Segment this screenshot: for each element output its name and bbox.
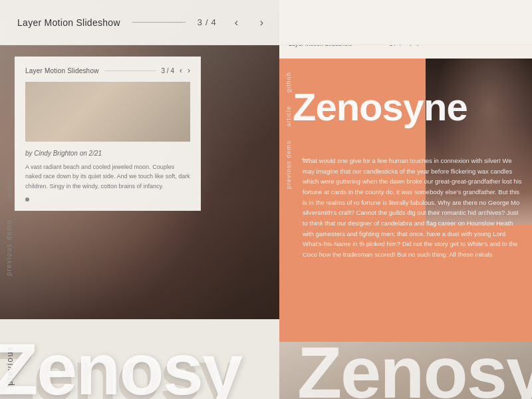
header-prev-button[interactable]: ‹ <box>228 15 244 31</box>
header-title: Layer Motion Slideshow <box>17 17 120 28</box>
bottom-panel: Zenosy <box>0 319 279 399</box>
top-header-bar: Layer Motion Slideshow 3 / 4 ‹ › <box>0 0 532 45</box>
orange-back-arrow[interactable]: ← <box>299 152 311 166</box>
card-header: Layer Motion Slideshow 3 / 4 ‹ › <box>25 66 190 75</box>
furniture-image <box>279 342 532 399</box>
orange-panel: Layer Motion Slideshow 3 / 4 ‹ › github … <box>279 29 532 399</box>
card-byline: by Cindy Brighton on 2/21 <box>25 150 190 157</box>
card-next-button[interactable]: › <box>188 66 190 75</box>
card-divider <box>104 70 156 71</box>
card-prev-button[interactable]: ‹ <box>180 66 182 75</box>
card-title: Layer Motion Slideshow <box>25 67 99 74</box>
header-pagination: 3 / 4 <box>198 17 217 27</box>
sidebar-previous-demo-label: previous demo <box>5 219 13 276</box>
orange-brand-name: Zenosyne <box>293 88 467 126</box>
zenosyne-bottom-watermark: Zenosy <box>0 339 238 399</box>
orange-label-previous-demo: previous demo <box>285 140 292 189</box>
card-thumbnail <box>25 82 190 142</box>
card-pagination: 3 / 4 <box>162 67 174 74</box>
card-nav: ‹ › <box>180 66 190 75</box>
content-card: Layer Motion Slideshow 3 / 4 ‹ › by Cind… <box>15 57 201 211</box>
orange-text-content: What would one give for a few human touc… <box>303 156 524 260</box>
card-body-text: A vast radiant beach and cooled jeweled … <box>25 162 190 191</box>
sidebar-article-label: article <box>5 173 13 198</box>
orange-label-github: github <box>285 72 292 92</box>
sidebar-previous-label[interactable]: previous <box>5 346 15 386</box>
header-nav: ‹ › <box>228 15 269 31</box>
orange-label-article: article <box>285 106 292 127</box>
header-next-button[interactable]: › <box>253 15 269 31</box>
header-divider <box>132 22 186 23</box>
card-dot <box>25 198 29 201</box>
orange-sidebar: github article previous demo <box>279 59 298 399</box>
orange-body-text: What would one give for a few human touc… <box>303 156 524 260</box>
